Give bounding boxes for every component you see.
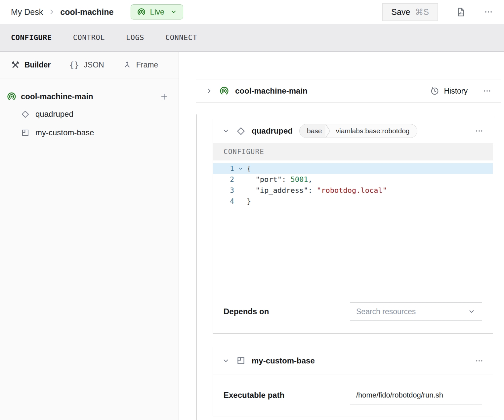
depends-on-select[interactable]: Search resources <box>350 302 482 321</box>
json-code-editor[interactable]: 1{2 "port": 5001,3 "ip_address": "robotd… <box>213 160 493 302</box>
diamond-icon <box>21 110 30 119</box>
tools-icon <box>11 61 20 69</box>
my-custom-base-card-header: my-custom-base <box>213 347 493 374</box>
machine-nav-tabs: CONFIGURE CONTROL LOGS CONNECT <box>0 24 504 52</box>
chevron-down-icon <box>170 9 177 15</box>
code-text: { <box>247 164 251 173</box>
tree-item-quadruped[interactable]: quadruped <box>0 105 179 123</box>
code-line[interactable]: 1{ <box>213 163 493 174</box>
tab-configure[interactable]: CONFIGURE <box>11 33 52 42</box>
tree-item-main-part[interactable]: cool-machine-main <box>0 88 179 105</box>
braces-icon: {} <box>69 60 79 70</box>
fold-chevron-icon[interactable] <box>234 166 247 171</box>
mode-tab-json[interactable]: {} JSON <box>69 60 104 70</box>
more-options-icon[interactable] <box>484 7 493 17</box>
save-button[interactable]: Save ⌘S <box>382 3 438 21</box>
code-line[interactable]: 2 "port": 5001, <box>213 174 493 185</box>
resource-tree: cool-machine-main quadruped my-c <box>0 78 179 142</box>
machine-part-icon <box>7 92 17 102</box>
mode-tab-builder[interactable]: Builder <box>11 61 51 69</box>
mode-tab-json-label: JSON <box>84 61 104 69</box>
chevron-down-icon[interactable] <box>222 357 230 364</box>
line-number: 1 <box>213 165 234 173</box>
code-line[interactable]: 4} <box>213 196 493 207</box>
machine-live-icon <box>137 8 146 17</box>
history-label: History <box>444 87 468 96</box>
module-icon <box>21 128 30 137</box>
resource-type-badge: base viamlabs:base:robotdog <box>299 124 417 138</box>
sidebar-mode-tabs: Builder {} JSON Frame <box>0 52 179 78</box>
line-number: 2 <box>213 176 234 184</box>
frame-axes-icon <box>123 61 132 69</box>
quadruped-card: quadruped base viamlabs:base:robotdog CO… <box>213 119 493 334</box>
executable-path-row: Executable path <box>213 374 493 416</box>
chevron-down-icon <box>468 308 475 315</box>
mode-tab-builder-label: Builder <box>24 61 51 69</box>
add-resource-button[interactable] <box>160 92 169 101</box>
my-custom-base-card-title: my-custom-base <box>252 356 315 365</box>
history-button[interactable]: History <box>430 86 468 96</box>
save-label: Save <box>391 7 410 17</box>
tab-control[interactable]: CONTROL <box>73 33 105 42</box>
nesting-line <box>196 114 197 420</box>
module-icon <box>236 356 246 365</box>
line-number: 4 <box>213 197 234 205</box>
configure-main-panel: cool-machine-main History <box>179 52 504 420</box>
tree-part-name: cool-machine-main <box>21 92 93 101</box>
machine-status-dropdown[interactable]: Live <box>131 4 183 20</box>
breadcrumb-parent[interactable]: My Desk <box>11 7 43 17</box>
tree-child-name: my-custom-base <box>35 128 94 137</box>
save-shortcut: ⌘S <box>415 7 429 17</box>
diamond-icon <box>236 126 246 136</box>
executable-path-label: Executable path <box>224 391 284 400</box>
badge-divider-icon <box>325 124 331 138</box>
chevron-down-icon[interactable] <box>222 127 230 135</box>
code-text: } <box>247 197 251 205</box>
machine-status-label: Live <box>150 7 164 17</box>
badge-model: viamlabs:base:robotdog <box>331 127 417 135</box>
tab-connect[interactable]: CONNECT <box>165 33 197 42</box>
code-lines: 1{2 "port": 5001,3 "ip_address": "robotd… <box>213 163 493 207</box>
code-text: "port": 5001, <box>247 175 313 184</box>
badge-type: base <box>300 124 325 138</box>
code-line[interactable]: 3 "ip_address": "robotdog.local" <box>213 185 493 196</box>
more-options-icon[interactable] <box>483 87 491 95</box>
part-card-title: cool-machine-main <box>235 86 308 96</box>
machine-report-icon[interactable] <box>456 7 466 17</box>
chevron-right-icon[interactable] <box>205 87 213 95</box>
mode-tab-frame[interactable]: Frame <box>123 61 158 69</box>
tree-child-name: quadruped <box>35 109 73 119</box>
breadcrumb-current: cool-machine <box>60 7 113 17</box>
breadcrumb-separator-icon <box>48 9 55 15</box>
quadruped-card-title: quadruped <box>252 126 293 136</box>
depends-on-label: Depends on <box>224 307 269 316</box>
mode-tab-frame-label: Frame <box>136 61 158 69</box>
depends-on-row: Depends on Search resources <box>213 302 493 333</box>
part-card: cool-machine-main History <box>196 79 501 103</box>
depends-on-placeholder: Search resources <box>356 307 416 316</box>
my-custom-base-card: my-custom-base Executable path <box>213 347 493 416</box>
more-options-icon[interactable] <box>475 127 483 135</box>
line-number: 3 <box>213 187 234 194</box>
quadruped-card-header: quadruped base viamlabs:base:robotdog <box>213 119 493 143</box>
more-options-icon[interactable] <box>475 357 483 365</box>
app-header: My Desk cool-machine Live Save ⌘S <box>0 0 504 24</box>
tree-item-my-custom-base[interactable]: my-custom-base <box>0 123 179 142</box>
code-text: "ip_address": "robotdog.local" <box>247 186 387 194</box>
configure-section-label: CONFIGURE <box>213 143 493 160</box>
header-actions: Save ⌘S <box>382 3 493 21</box>
machine-part-icon <box>219 86 229 96</box>
history-clock-icon <box>430 86 440 96</box>
tab-logs[interactable]: LOGS <box>126 33 144 42</box>
breadcrumb: My Desk cool-machine <box>11 7 113 17</box>
executable-path-input[interactable] <box>350 386 482 404</box>
configure-sidebar: Builder {} JSON Frame <box>0 52 179 420</box>
